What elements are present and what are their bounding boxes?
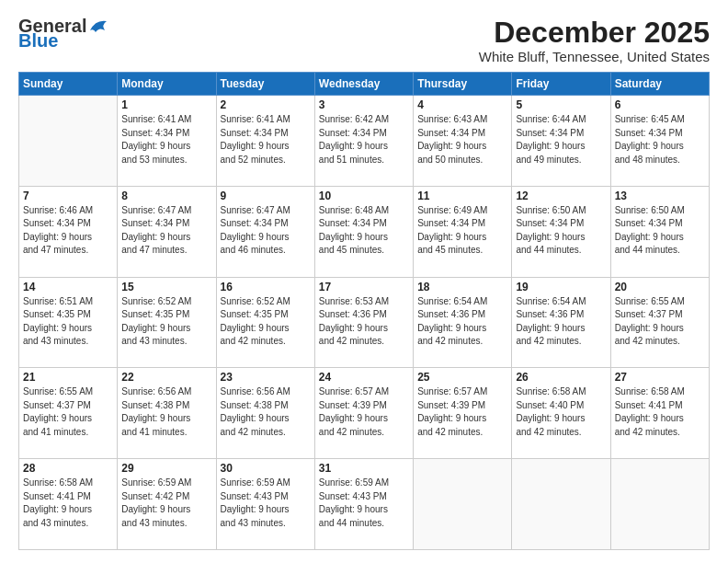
- day-number: 17: [319, 281, 409, 293]
- day-info: Sunrise: 6:58 AMSunset: 4:41 PMDaylight:…: [23, 477, 113, 530]
- day-info: Sunrise: 6:44 AMSunset: 4:34 PMDaylight:…: [516, 113, 606, 167]
- table-row: 1Sunrise: 6:41 AMSunset: 4:34 PMDaylight…: [118, 96, 216, 187]
- table-row: 24Sunrise: 6:57 AMSunset: 4:39 PMDayligh…: [314, 368, 413, 459]
- table-row: 2Sunrise: 6:41 AMSunset: 4:34 PMDaylight…: [216, 96, 314, 187]
- table-row: 12Sunrise: 6:50 AMSunset: 4:34 PMDayligh…: [512, 186, 610, 277]
- day-info: Sunrise: 6:52 AMSunset: 4:35 PMDaylight:…: [221, 295, 311, 349]
- day-number: 24: [319, 371, 409, 384]
- table-row: 8Sunrise: 6:47 AMSunset: 4:34 PMDaylight…: [118, 186, 216, 277]
- col-tuesday: Tuesday: [216, 73, 314, 96]
- day-info: Sunrise: 6:55 AMSunset: 4:37 PMDaylight:…: [615, 295, 705, 349]
- day-info: Sunrise: 6:50 AMSunset: 4:34 PMDaylight:…: [615, 204, 705, 258]
- month-title: December 2025: [479, 17, 710, 49]
- header: General Blue December 2025 White Bluff, …: [18, 17, 710, 64]
- day-number: 9: [221, 190, 311, 202]
- day-number: 23: [221, 371, 311, 384]
- calendar-week-row: 1Sunrise: 6:41 AMSunset: 4:34 PMDaylight…: [19, 96, 710, 187]
- day-number: 4: [417, 98, 507, 111]
- col-saturday: Saturday: [610, 73, 709, 96]
- day-info: Sunrise: 6:43 AMSunset: 4:34 PMDaylight:…: [417, 113, 507, 167]
- table-row: 11Sunrise: 6:49 AMSunset: 4:34 PMDayligh…: [414, 186, 512, 277]
- day-number: 7: [23, 190, 113, 202]
- col-thursday: Thursday: [414, 73, 512, 96]
- day-number: 15: [121, 281, 211, 293]
- table-row: [610, 459, 709, 550]
- logo: General Blue: [18, 17, 108, 50]
- day-number: 12: [516, 190, 606, 202]
- table-row: 7Sunrise: 6:46 AMSunset: 4:34 PMDaylight…: [19, 186, 118, 277]
- location-title: White Bluff, Tennessee, United States: [479, 49, 710, 64]
- day-info: Sunrise: 6:41 AMSunset: 4:34 PMDaylight:…: [221, 113, 311, 167]
- table-row: 18Sunrise: 6:54 AMSunset: 4:36 PMDayligh…: [414, 277, 512, 368]
- table-row: 21Sunrise: 6:55 AMSunset: 4:37 PMDayligh…: [19, 368, 118, 459]
- col-wednesday: Wednesday: [314, 73, 413, 96]
- day-info: Sunrise: 6:47 AMSunset: 4:34 PMDaylight:…: [121, 204, 211, 258]
- day-info: Sunrise: 6:57 AMSunset: 4:39 PMDaylight:…: [417, 385, 507, 439]
- logo-blue: Blue: [18, 31, 108, 50]
- day-info: Sunrise: 6:42 AMSunset: 4:34 PMDaylight:…: [319, 113, 409, 167]
- table-row: 29Sunrise: 6:59 AMSunset: 4:42 PMDayligh…: [118, 459, 216, 550]
- day-info: Sunrise: 6:41 AMSunset: 4:34 PMDaylight:…: [121, 113, 211, 167]
- table-row: [512, 459, 610, 550]
- table-row: 22Sunrise: 6:56 AMSunset: 4:38 PMDayligh…: [118, 368, 216, 459]
- day-number: 3: [319, 98, 409, 111]
- table-row: 27Sunrise: 6:58 AMSunset: 4:41 PMDayligh…: [610, 368, 709, 459]
- table-row: 9Sunrise: 6:47 AMSunset: 4:34 PMDaylight…: [216, 186, 314, 277]
- table-row: 30Sunrise: 6:59 AMSunset: 4:43 PMDayligh…: [216, 459, 314, 550]
- day-info: Sunrise: 6:52 AMSunset: 4:35 PMDaylight:…: [121, 295, 211, 349]
- table-row: 6Sunrise: 6:45 AMSunset: 4:34 PMDaylight…: [610, 96, 709, 187]
- day-info: Sunrise: 6:48 AMSunset: 4:34 PMDaylight:…: [319, 204, 409, 258]
- day-info: Sunrise: 6:59 AMSunset: 4:43 PMDaylight:…: [319, 477, 409, 530]
- day-number: 21: [23, 371, 113, 384]
- table-row: 19Sunrise: 6:54 AMSunset: 4:36 PMDayligh…: [512, 277, 610, 368]
- table-row: 17Sunrise: 6:53 AMSunset: 4:36 PMDayligh…: [314, 277, 413, 368]
- col-sunday: Sunday: [19, 73, 118, 96]
- day-info: Sunrise: 6:54 AMSunset: 4:36 PMDaylight:…: [417, 295, 507, 349]
- table-row: 31Sunrise: 6:59 AMSunset: 4:43 PMDayligh…: [314, 459, 413, 550]
- day-info: Sunrise: 6:56 AMSunset: 4:38 PMDaylight:…: [221, 385, 311, 439]
- page: General Blue December 2025 White Bluff, …: [0, 0, 728, 563]
- day-number: 19: [516, 281, 606, 293]
- calendar-header-row: Sunday Monday Tuesday Wednesday Thursday…: [19, 73, 710, 96]
- day-info: Sunrise: 6:51 AMSunset: 4:35 PMDaylight:…: [23, 295, 113, 349]
- title-block: December 2025 White Bluff, Tennessee, Un…: [479, 17, 710, 64]
- table-row: 25Sunrise: 6:57 AMSunset: 4:39 PMDayligh…: [414, 368, 512, 459]
- day-info: Sunrise: 6:56 AMSunset: 4:38 PMDaylight:…: [121, 385, 211, 439]
- table-row: 20Sunrise: 6:55 AMSunset: 4:37 PMDayligh…: [610, 277, 709, 368]
- day-info: Sunrise: 6:53 AMSunset: 4:36 PMDaylight:…: [319, 295, 409, 349]
- day-number: 31: [319, 462, 409, 475]
- day-number: 29: [121, 462, 211, 475]
- table-row: 16Sunrise: 6:52 AMSunset: 4:35 PMDayligh…: [216, 277, 314, 368]
- day-info: Sunrise: 6:58 AMSunset: 4:40 PMDaylight:…: [516, 385, 606, 439]
- table-row: 15Sunrise: 6:52 AMSunset: 4:35 PMDayligh…: [118, 277, 216, 368]
- day-info: Sunrise: 6:57 AMSunset: 4:39 PMDaylight:…: [319, 385, 409, 439]
- day-number: 20: [615, 281, 705, 293]
- table-row: 28Sunrise: 6:58 AMSunset: 4:41 PMDayligh…: [19, 459, 118, 550]
- table-row: 14Sunrise: 6:51 AMSunset: 4:35 PMDayligh…: [19, 277, 118, 368]
- day-number: 18: [417, 281, 507, 293]
- day-info: Sunrise: 6:45 AMSunset: 4:34 PMDaylight:…: [615, 113, 705, 167]
- table-row: 3Sunrise: 6:42 AMSunset: 4:34 PMDaylight…: [314, 96, 413, 187]
- day-number: 30: [221, 462, 311, 475]
- table-row: [414, 459, 512, 550]
- day-info: Sunrise: 6:47 AMSunset: 4:34 PMDaylight:…: [221, 204, 311, 258]
- calendar-week-row: 14Sunrise: 6:51 AMSunset: 4:35 PMDayligh…: [19, 277, 710, 368]
- day-number: 10: [319, 190, 409, 202]
- table-row: 26Sunrise: 6:58 AMSunset: 4:40 PMDayligh…: [512, 368, 610, 459]
- day-number: 1: [121, 98, 211, 111]
- day-number: 2: [221, 98, 311, 111]
- table-row: 23Sunrise: 6:56 AMSunset: 4:38 PMDayligh…: [216, 368, 314, 459]
- day-number: 6: [615, 98, 705, 111]
- day-number: 8: [121, 190, 211, 202]
- day-number: 16: [221, 281, 311, 293]
- day-info: Sunrise: 6:58 AMSunset: 4:41 PMDaylight:…: [615, 385, 705, 439]
- day-number: 26: [516, 371, 606, 384]
- day-number: 5: [516, 98, 606, 111]
- day-info: Sunrise: 6:54 AMSunset: 4:36 PMDaylight:…: [516, 295, 606, 349]
- day-info: Sunrise: 6:49 AMSunset: 4:34 PMDaylight:…: [417, 204, 507, 258]
- calendar-week-row: 28Sunrise: 6:58 AMSunset: 4:41 PMDayligh…: [19, 459, 710, 550]
- day-info: Sunrise: 6:50 AMSunset: 4:34 PMDaylight:…: [516, 204, 606, 258]
- day-info: Sunrise: 6:59 AMSunset: 4:42 PMDaylight:…: [121, 477, 211, 530]
- day-info: Sunrise: 6:46 AMSunset: 4:34 PMDaylight:…: [23, 204, 113, 258]
- table-row: [19, 96, 118, 187]
